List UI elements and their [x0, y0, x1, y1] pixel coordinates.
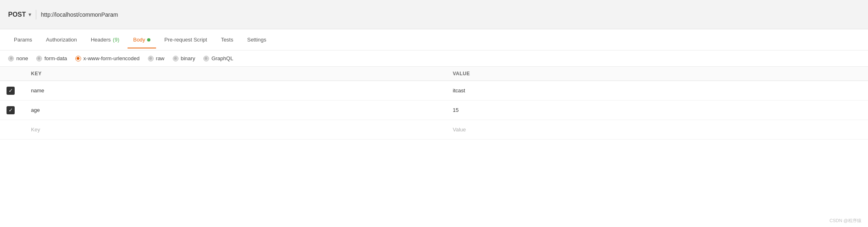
row1-checkbox[interactable]: ✓: [7, 87, 15, 95]
radio-raw[interactable]: raw: [148, 55, 165, 61]
tab-tests[interactable]: Tests: [215, 31, 239, 48]
col-checkbox-header: [0, 67, 24, 81]
tab-headers[interactable]: Headers (9): [85, 31, 125, 48]
tab-authorization[interactable]: Authorization: [40, 31, 83, 48]
body-active-dot: [147, 38, 150, 41]
radio-form-data[interactable]: form-data: [36, 55, 67, 61]
row2-key-cell[interactable]: age: [24, 103, 446, 117]
radio-binary[interactable]: binary: [173, 55, 195, 61]
tabs-bar: Params Authorization Headers (9) Body Pr…: [0, 29, 868, 50]
checkmark-icon: ✓: [9, 88, 13, 93]
headers-badge: (9): [113, 37, 119, 43]
col-value-header: VALUE: [446, 67, 868, 81]
tab-settings[interactable]: Settings: [241, 31, 272, 48]
row3-checkbox-cell: [0, 126, 24, 134]
row1-value-cell[interactable]: itcast: [446, 83, 868, 98]
row3-value-cell[interactable]: Value: [446, 122, 868, 137]
method-label: POST: [8, 11, 26, 18]
url-divider: [36, 10, 36, 20]
method-chevron-icon: ▾: [29, 12, 31, 17]
tab-pre-request-script[interactable]: Pre-request Script: [159, 31, 213, 48]
table-header: KEY VALUE: [0, 67, 868, 81]
row3-key-cell[interactable]: Key: [24, 122, 446, 137]
params-table: KEY VALUE ✓ name itcast ✓ age 15: [0, 67, 868, 140]
row2-value-cell[interactable]: 15: [446, 103, 868, 117]
tab-body[interactable]: Body: [128, 31, 156, 48]
radio-none[interactable]: none: [8, 55, 28, 61]
radio-circle-raw: [148, 56, 154, 61]
row2-checkbox[interactable]: ✓: [7, 106, 15, 114]
radio-circle-binary: [173, 56, 178, 61]
row1-checkbox-cell: ✓: [0, 83, 24, 99]
radio-circle-graphql: [203, 56, 209, 61]
checkmark-icon: ✓: [9, 107, 13, 113]
table-row: ✓ age 15: [0, 100, 868, 120]
url-input[interactable]: [41, 11, 860, 18]
row1-key-cell[interactable]: name: [24, 83, 446, 98]
tab-params[interactable]: Params: [8, 31, 38, 48]
radio-circle-x-www: [75, 56, 81, 61]
radio-circle-none: [8, 56, 14, 61]
radio-graphql[interactable]: GraphQL: [203, 55, 233, 61]
method-selector[interactable]: POST ▾: [8, 11, 31, 18]
row2-checkbox-cell: ✓: [0, 102, 24, 118]
url-bar: POST ▾: [0, 0, 868, 29]
body-type-row: none form-data x-www-form-urlencoded raw…: [0, 50, 868, 67]
table-row: Key Value: [0, 120, 868, 140]
watermark: CSDN @程序猿: [830, 218, 861, 224]
table-row: ✓ name itcast: [0, 81, 868, 100]
radio-circle-form-data: [36, 56, 42, 61]
radio-x-www-form-urlencoded[interactable]: x-www-form-urlencoded: [75, 55, 140, 61]
col-key-header: KEY: [24, 67, 446, 81]
